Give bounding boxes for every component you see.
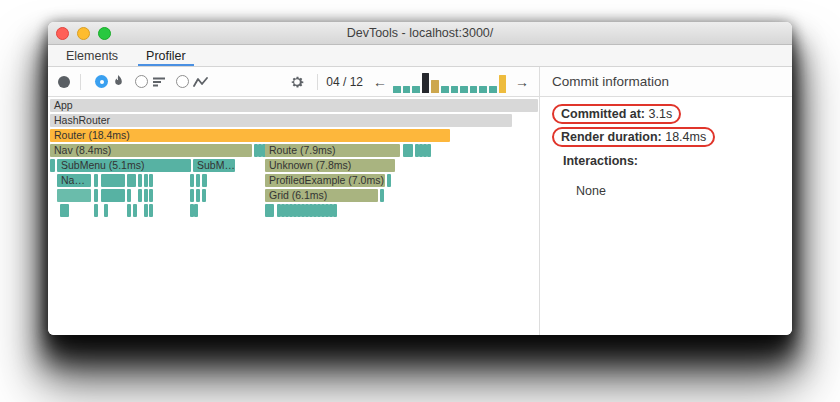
profiler-toolbar: 04 / 12 ← → [48,67,539,97]
minimize-button[interactable] [77,27,90,40]
flame-bar-fragment[interactable] [94,174,98,187]
tab-profiler[interactable]: Profiler [132,45,200,66]
flame-bar-fragment[interactable] [387,174,391,187]
prev-commit-button[interactable]: ← [369,74,391,90]
commit-info-header: Commit information [540,67,792,97]
ranked-view-radio[interactable] [135,75,148,88]
flame-bar-fragment[interactable] [94,189,98,202]
toolbar-divider [80,74,81,90]
flame-bar-fragment[interactable] [149,174,153,187]
flame-bar-na[interactable]: Na… [57,174,91,187]
commit-bar[interactable] [470,86,478,93]
flame-bar-fragment[interactable] [101,189,125,202]
tab-elements-label: Elements [66,49,118,63]
flame-bar-fragment[interactable] [190,189,194,202]
commit-bar[interactable] [403,86,411,93]
record-button[interactable] [58,76,70,88]
flame-bar-fragment[interactable] [57,189,91,202]
flame-bar-fragment[interactable] [138,189,142,202]
profiler-pane: 04 / 12 ← → AppHashRouterRouter (18.4ms)… [48,67,539,335]
committed-at-label: Committed at: [561,107,645,121]
interactions-icon [193,76,209,88]
commit-info-pane: Commit information Committed at: 3.1s Re… [540,67,792,335]
flame-bar-fragment[interactable] [133,204,137,217]
flame-bar-fragment[interactable] [403,144,413,157]
flame-bar-fragment[interactable] [202,189,206,202]
flame-bar-fragment[interactable] [333,204,337,217]
tab-bar: Elements Profiler [48,45,792,67]
flame-chart: AppHashRouterRouter (18.4ms)Nav (8.4ms)R… [48,97,539,335]
flame-icon [112,75,125,88]
flame-bar-fragment[interactable] [127,174,136,187]
flame-bar-fragment[interactable] [196,174,200,187]
ranked-chart-icon [152,75,166,88]
flame-bar-fragment[interactable] [190,174,194,187]
commit-bar[interactable] [393,86,401,93]
commit-selector [393,71,509,93]
flame-bar-fragment[interactable] [149,189,153,202]
flame-bar-hashrouter[interactable]: HashRouter [50,114,512,127]
flame-bar-router[interactable]: Router (18.4ms) [50,129,450,142]
flame-bar-profiledexample[interactable]: ProfiledExample (7.0ms) [265,174,385,187]
annotation-committed-at: Committed at: 3.1s [552,104,681,124]
flame-bar-fragment[interactable] [94,204,98,217]
commit-bar[interactable] [460,86,468,93]
toolbar-divider [317,74,318,90]
flame-bar-subm[interactable]: SubM… [193,159,235,172]
flame-bar-submenu[interactable]: SubMenu (5.1ms) [57,159,191,172]
flame-bar-grid[interactable]: Grid (6.1ms) [265,189,378,202]
flame-bar-nav[interactable]: Nav (8.4ms) [50,144,252,157]
next-commit-button[interactable]: → [511,74,533,90]
flamegraph-view-radio[interactable] [95,75,108,88]
flame-bar-fragment[interactable] [194,204,198,217]
annotation-render-duration: Render duration: 18.4ms [552,127,715,147]
render-duration-value: 18.4ms [665,130,706,144]
flame-bar-route[interactable]: Route (7.9ms) [265,144,400,157]
tab-profiler-label: Profiler [146,49,186,63]
flame-bar-fragment[interactable] [149,204,153,217]
flame-bar-fragment[interactable] [144,204,148,217]
window-title: DevTools - localhost:3000/ [347,26,494,40]
flame-bar-fragment[interactable] [144,174,148,187]
commit-bar[interactable] [451,86,459,93]
render-duration-label: Render duration: [561,130,662,144]
close-button[interactable] [56,27,69,40]
flame-bar-fragment[interactable] [50,159,55,172]
zoom-button[interactable] [98,27,111,40]
flame-bar-fragment[interactable] [104,204,108,217]
commit-bar[interactable] [499,75,507,93]
commit-counter: 04 / 12 [326,75,363,89]
flame-bar-fragment[interactable] [202,174,207,187]
traffic-lights [56,22,111,44]
interactions-value: None [576,184,784,198]
flame-bar-fragment[interactable] [380,189,384,202]
commit-bar[interactable] [441,86,449,93]
interactions-label: Interactions: [563,154,784,168]
settings-gear-icon[interactable] [289,74,305,90]
committed-at-value: 3.1s [649,107,673,121]
flame-bar-fragment[interactable] [265,204,274,217]
flame-bar-fragment[interactable] [138,174,142,187]
commit-info-body: Committed at: 3.1s Render duration: 18.4… [540,97,792,203]
flame-bar-fragment[interactable] [127,204,131,217]
flame-bar-fragment[interactable] [60,204,69,217]
flame-bar-unknown[interactable]: Unknown (7.8ms) [265,159,395,172]
devtools-window: DevTools - localhost:3000/ Elements Prof… [48,22,792,335]
flame-bar-fragment[interactable] [101,174,125,187]
flame-bar-fragment[interactable] [427,144,431,157]
commit-bar[interactable] [489,86,497,93]
commit-bar[interactable] [479,86,487,93]
titlebar: DevTools - localhost:3000/ [48,22,792,45]
commit-bar[interactable] [412,86,420,93]
interactions-view-radio[interactable] [176,75,189,88]
tab-elements[interactable]: Elements [52,45,132,66]
flame-bar-fragment[interactable] [127,189,131,202]
commit-bar[interactable] [431,80,439,93]
flame-bar-fragment[interactable] [144,189,148,202]
flame-bar-fragment[interactable] [196,189,200,202]
commit-bar[interactable] [422,73,430,93]
flame-bar-app[interactable]: App [50,99,538,112]
